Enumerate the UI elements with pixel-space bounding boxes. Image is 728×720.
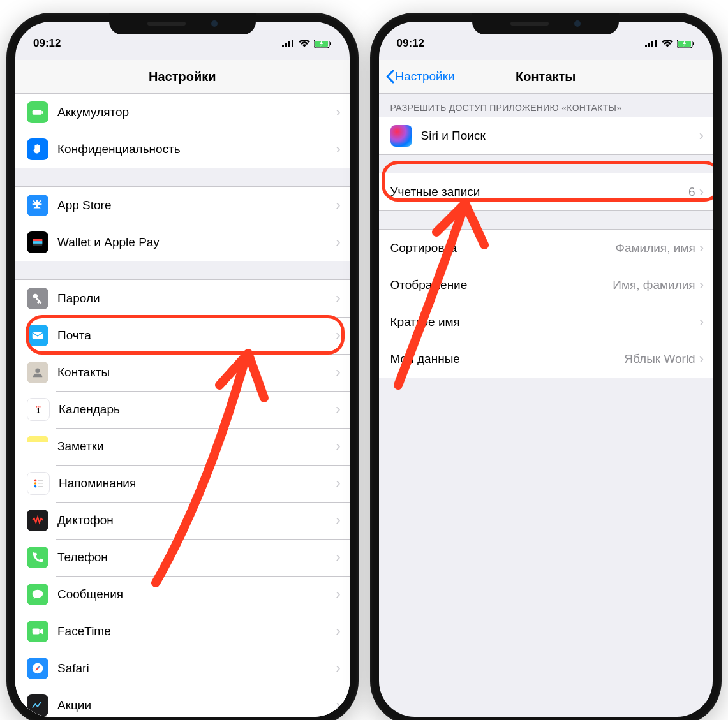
safari-icon bbox=[27, 658, 48, 679]
phone-frame-right: 09:12 Настройки Контакты Разрешить досту… bbox=[370, 13, 722, 720]
svg-rect-33 bbox=[693, 42, 694, 45]
svg-rect-29 bbox=[651, 41, 653, 47]
svg-rect-6 bbox=[330, 42, 331, 45]
row-stocks[interactable]: Акции › bbox=[15, 687, 350, 717]
chevron-left-icon bbox=[385, 70, 394, 84]
row-reminders[interactable]: Напоминания › bbox=[15, 465, 350, 502]
status-time: 09:12 bbox=[33, 37, 61, 50]
chevron-right-icon: › bbox=[336, 549, 340, 566]
settings-list[interactable]: Аккумулятор › Конфиденциальность › App S… bbox=[15, 94, 350, 717]
chevron-right-icon: › bbox=[336, 475, 340, 492]
row-safari[interactable]: Safari › bbox=[15, 650, 350, 687]
row-mail[interactable]: Почта › bbox=[15, 317, 350, 354]
row-notes[interactable]: Заметки › bbox=[15, 428, 350, 465]
svg-rect-8 bbox=[41, 111, 43, 114]
wallet-icon bbox=[27, 231, 48, 253]
svg-rect-13 bbox=[33, 332, 43, 339]
siri-icon bbox=[390, 125, 412, 147]
chevron-right-icon: › bbox=[699, 240, 704, 256]
chevron-right-icon: › bbox=[699, 351, 704, 367]
svg-rect-3 bbox=[292, 40, 293, 47]
key-icon bbox=[27, 288, 48, 309]
back-button[interactable]: Настройки bbox=[379, 70, 455, 84]
wifi-icon bbox=[299, 40, 310, 47]
accounts-count: 6 bbox=[688, 185, 695, 199]
section-header: Разрешить доступ приложению «Контакты» bbox=[379, 94, 713, 117]
row-wallet[interactable]: Wallet и Apple Pay › bbox=[15, 224, 350, 261]
calendar-icon: ●●●1 bbox=[27, 398, 50, 421]
contacts-settings-list[interactable]: Разрешить доступ приложению «Контакты» S… bbox=[379, 94, 713, 717]
facetime-icon bbox=[27, 621, 48, 642]
reminders-icon bbox=[27, 472, 50, 495]
svg-point-17 bbox=[34, 480, 37, 482]
chevron-right-icon: › bbox=[336, 364, 340, 381]
row-short-name[interactable]: Краткое имя › bbox=[379, 304, 713, 341]
chevron-right-icon: › bbox=[336, 290, 340, 307]
signal-icon bbox=[645, 40, 658, 47]
chevron-right-icon: › bbox=[336, 401, 340, 418]
row-passwords[interactable]: Пароли › bbox=[15, 280, 350, 317]
row-voice-memos[interactable]: Диктофон › bbox=[15, 502, 350, 539]
hand-icon bbox=[27, 138, 48, 160]
row-calendar[interactable]: ●●●1 Календарь › bbox=[15, 391, 350, 428]
battery-charging-icon bbox=[314, 40, 332, 48]
stocks-icon bbox=[27, 694, 48, 716]
battery-icon bbox=[27, 101, 48, 123]
svg-rect-2 bbox=[288, 41, 290, 47]
chevron-right-icon: › bbox=[336, 660, 340, 677]
row-display-order[interactable]: Отображение Имя, фамилия › bbox=[379, 267, 713, 304]
svg-point-12 bbox=[33, 294, 38, 298]
chevron-right-icon: › bbox=[336, 327, 340, 344]
nav-bar: Настройки Контакты bbox=[379, 60, 713, 94]
chevron-right-icon: › bbox=[336, 197, 340, 214]
contacts-icon bbox=[27, 362, 48, 383]
row-appstore[interactable]: App Store › bbox=[15, 187, 350, 224]
appstore-icon bbox=[27, 195, 48, 216]
svg-rect-30 bbox=[655, 40, 657, 47]
svg-point-19 bbox=[34, 485, 37, 488]
notes-icon bbox=[27, 436, 48, 457]
chevron-right-icon: › bbox=[336, 512, 340, 529]
row-my-info[interactable]: Мои данные Яблык World › bbox=[379, 341, 713, 378]
phone-icon bbox=[27, 547, 48, 568]
phone-frame-left: 09:12 Настройки Аккумулятор › Конфиденци… bbox=[6, 13, 359, 720]
svg-rect-27 bbox=[645, 45, 647, 47]
signal-icon bbox=[282, 40, 295, 47]
svg-rect-7 bbox=[33, 110, 42, 114]
notch bbox=[109, 13, 256, 34]
chevron-right-icon: › bbox=[336, 697, 340, 714]
chevron-right-icon: › bbox=[699, 128, 704, 144]
messages-icon bbox=[27, 584, 48, 605]
nav-title: Настройки bbox=[15, 70, 350, 84]
chevron-right-icon: › bbox=[336, 234, 340, 251]
chevron-right-icon: › bbox=[336, 586, 340, 603]
row-phone[interactable]: Телефон › bbox=[15, 539, 350, 576]
svg-rect-1 bbox=[285, 43, 287, 47]
row-siri-search[interactable]: Siri и Поиск › bbox=[379, 117, 713, 154]
svg-rect-11 bbox=[33, 241, 43, 244]
row-sort-order[interactable]: Сортировка Фамилия, имя › bbox=[379, 230, 713, 267]
svg-rect-0 bbox=[282, 45, 284, 47]
wifi-icon bbox=[662, 40, 673, 47]
nav-bar: Настройки bbox=[15, 60, 350, 94]
mail-icon bbox=[27, 325, 48, 346]
voice-memos-icon bbox=[27, 510, 48, 531]
svg-rect-10 bbox=[33, 239, 43, 242]
chevron-right-icon: › bbox=[336, 623, 340, 640]
row-facetime[interactable]: FaceTime › bbox=[15, 613, 350, 650]
row-privacy[interactable]: Конфиденциальность › bbox=[15, 131, 350, 168]
svg-point-18 bbox=[34, 482, 37, 485]
battery-charging-icon bbox=[677, 40, 695, 48]
chevron-right-icon: › bbox=[336, 438, 340, 455]
notch bbox=[472, 13, 619, 34]
chevron-right-icon: › bbox=[336, 141, 340, 158]
svg-point-14 bbox=[35, 369, 40, 373]
row-contacts[interactable]: Контакты › bbox=[15, 354, 350, 391]
row-battery[interactable]: Аккумулятор › bbox=[15, 94, 350, 131]
chevron-right-icon: › bbox=[699, 277, 704, 293]
svg-text:1: 1 bbox=[36, 408, 40, 415]
status-time: 09:12 bbox=[397, 37, 424, 50]
row-messages[interactable]: Сообщения › bbox=[15, 576, 350, 613]
row-accounts[interactable]: Учетные записи 6 › bbox=[379, 173, 713, 210]
svg-rect-28 bbox=[648, 43, 650, 47]
